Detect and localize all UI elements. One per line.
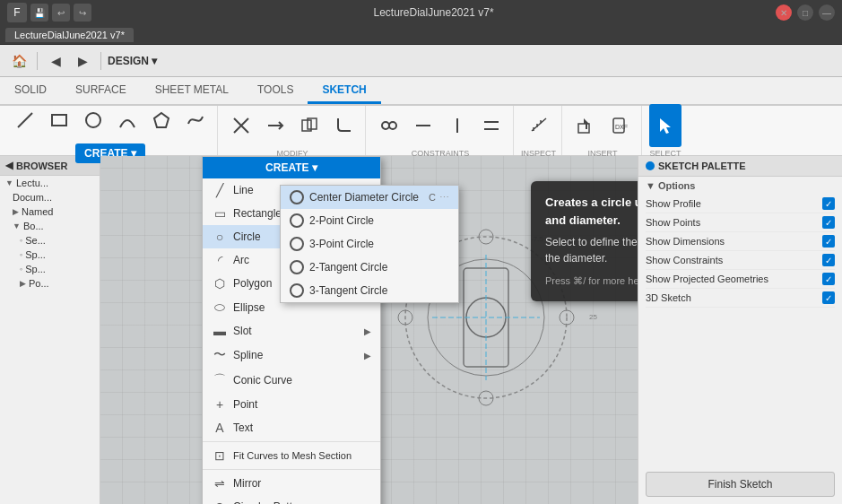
horizontal-icon-btn[interactable] bbox=[407, 104, 439, 147]
home-button[interactable]: 🏠 bbox=[7, 49, 30, 73]
menu-item-text[interactable]: A Text bbox=[203, 416, 380, 439]
browser-item-bodies[interactable]: ▼ Bo... bbox=[0, 219, 100, 233]
spline-arrow-icon: ▶ bbox=[364, 351, 371, 361]
menu-item-circular-pattern[interactable]: ⊙ Circular Pattern bbox=[203, 495, 380, 504]
point-menu-icon: + bbox=[212, 397, 228, 412]
inspect-group: INSPECT bbox=[516, 106, 562, 155]
svg-text:DXF: DXF bbox=[615, 124, 628, 130]
submenu-center-diameter[interactable]: Center Diameter Circle C ⋯ bbox=[281, 186, 458, 209]
svg-point-2 bbox=[86, 113, 100, 127]
modify-group: MODIFY bbox=[220, 106, 366, 155]
3d-sketch-checkbox[interactable] bbox=[822, 291, 835, 304]
browser-item-named[interactable]: ▶ Named bbox=[0, 204, 100, 219]
submenu-2point[interactable]: 2-Point Circle bbox=[281, 209, 458, 232]
arc-menu-icon: ◜ bbox=[212, 253, 228, 267]
coincident-icon-btn[interactable] bbox=[373, 104, 405, 147]
show-projected-checkbox[interactable] bbox=[822, 273, 835, 285]
menu-item-mirror[interactable]: ⇌ Mirror bbox=[203, 472, 380, 495]
menu-item-fit-curves[interactable]: ⊡ Fit Curves to Mesh Section bbox=[203, 444, 380, 467]
redo-button[interactable]: ↪ bbox=[74, 4, 91, 22]
menu-item-slot[interactable]: ▬ Slot ▶ bbox=[203, 319, 380, 343]
rect-icon-btn[interactable] bbox=[43, 99, 75, 142]
menu-separator2 bbox=[203, 469, 380, 470]
circle-icon-btn[interactable] bbox=[77, 99, 109, 142]
tooltip-hint: Press ⌘/ for more help. bbox=[545, 274, 638, 289]
show-points-checkbox[interactable] bbox=[822, 216, 835, 229]
browser-title: BROWSER bbox=[16, 161, 67, 171]
browser-panel: ◀ BROWSER ▼ Lectu... Docum... ▶ Named ▼ … bbox=[0, 156, 100, 504]
polygon-icon-btn[interactable] bbox=[145, 99, 178, 142]
create-menu-header[interactable]: CREATE ▾ bbox=[203, 157, 380, 178]
finish-sketch-button[interactable]: Finish Sketch bbox=[646, 472, 835, 497]
conic-menu-icon: ⌒ bbox=[212, 372, 228, 388]
tab-tools[interactable]: TOOLS bbox=[243, 78, 308, 104]
save-button[interactable]: 💾 bbox=[30, 4, 48, 22]
submenu-3point[interactable]: 3-Point Circle bbox=[281, 232, 458, 256]
browser-item-4[interactable]: ▶ Po... bbox=[0, 276, 100, 291]
browser-item-2[interactable]: ◦ Sp... bbox=[0, 248, 100, 262]
menu-item-text-label: Text bbox=[233, 421, 253, 434]
submenu-3tangent[interactable]: 3-Tangent Circle bbox=[281, 279, 458, 302]
trim-icon-btn[interactable] bbox=[225, 104, 257, 147]
measure-icon-btn[interactable] bbox=[523, 104, 555, 147]
minimize-button[interactable]: — bbox=[819, 4, 835, 21]
2point-circle-icon bbox=[290, 213, 304, 228]
show-profile-checkbox[interactable] bbox=[822, 197, 835, 210]
back-button[interactable]: ◀ bbox=[44, 49, 67, 73]
insert-icon-btn[interactable] bbox=[569, 104, 602, 147]
design-label[interactable]: DESIGN ▾ bbox=[108, 55, 157, 67]
icon-toolbar: CREATE ▾ MODIFY bbox=[0, 106, 842, 156]
show-dimensions-checkbox[interactable] bbox=[822, 235, 835, 248]
undo-button[interactable]: ↩ bbox=[52, 4, 70, 22]
svg-point-7 bbox=[389, 122, 396, 129]
fillet-icon-btn[interactable] bbox=[327, 104, 360, 147]
browser-item-label: Lectu... bbox=[16, 178, 48, 188]
svg-rect-1 bbox=[52, 115, 66, 126]
more-options-icon[interactable]: ⋯ bbox=[439, 192, 449, 204]
vertical-icon-btn[interactable] bbox=[441, 104, 473, 147]
options-title-label: Options bbox=[658, 180, 696, 191]
maximize-button[interactable]: □ bbox=[797, 4, 813, 21]
arc-icon-btn[interactable] bbox=[111, 99, 143, 142]
sep1 bbox=[37, 52, 38, 70]
line-icon-btn[interactable] bbox=[9, 99, 41, 142]
select-icon-btn[interactable] bbox=[649, 104, 681, 147]
menu-item-rect-label: Rectangle bbox=[233, 207, 282, 220]
show-dimensions-label: Show Dimensions bbox=[646, 236, 725, 247]
browser-item-document[interactable]: Docum... bbox=[0, 190, 100, 204]
text-menu-icon: A bbox=[212, 421, 228, 435]
submenu-2tangent[interactable]: 2-Tangent Circle bbox=[281, 256, 458, 279]
menu-item-slot-label: Slot bbox=[233, 325, 252, 337]
menu-item-spline[interactable]: 〜 Spline ▶ bbox=[203, 343, 380, 368]
browser-item-root[interactable]: ▼ Lectu... bbox=[0, 176, 100, 190]
menu-separator bbox=[203, 441, 380, 442]
forward-button[interactable]: ▶ bbox=[71, 49, 94, 73]
center-diameter-icon bbox=[290, 190, 304, 204]
menu-item-conic[interactable]: ⌒ Conic Curve bbox=[203, 368, 380, 393]
tooltip-title: Creates a circle using a center point an… bbox=[545, 194, 638, 229]
2tangent-circle-label: 2-Tangent Circle bbox=[309, 261, 387, 274]
show-constraints-checkbox[interactable] bbox=[822, 254, 835, 266]
palette-row-show-projected: Show Projected Geometries bbox=[646, 270, 835, 289]
3tangent-circle-label: 3-Tangent Circle bbox=[309, 284, 387, 297]
offset-icon-btn[interactable] bbox=[293, 104, 326, 147]
select-label[interactable]: SELECT bbox=[650, 149, 681, 158]
circular-menu-icon: ⊙ bbox=[212, 500, 228, 504]
menu-item-point[interactable]: + Point bbox=[203, 393, 380, 416]
2tangent-circle-icon bbox=[290, 260, 304, 274]
canvas-area[interactable]: 25 -7.5 CREATE ▾ ╱ Line L ▭ Rectangle ▶ bbox=[100, 156, 638, 504]
browser-item-1[interactable]: ◦ Se... bbox=[0, 233, 100, 248]
browser-collapse-icon[interactable]: ◀ bbox=[5, 160, 13, 171]
dxf-icon-btn[interactable]: DXF bbox=[603, 104, 636, 147]
tab-sketch[interactable]: SKETCH bbox=[308, 78, 380, 104]
spline-icon-btn[interactable] bbox=[179, 99, 212, 142]
close-button[interactable]: ✕ bbox=[776, 4, 792, 21]
line-menu-icon: ╱ bbox=[212, 183, 228, 197]
options-arrow-icon[interactable]: ▼ bbox=[646, 180, 655, 191]
menu-item-circular-label: Circular Pattern bbox=[233, 500, 308, 504]
browser-item-3[interactable]: ◦ Sp... bbox=[0, 262, 100, 276]
parallel-icon-btn[interactable] bbox=[475, 104, 508, 147]
extend-icon-btn[interactable] bbox=[259, 104, 291, 147]
document-tab[interactable]: LectureDialJune2021 v7* bbox=[5, 28, 134, 42]
ellipse-menu-icon: ⬭ bbox=[212, 300, 228, 315]
